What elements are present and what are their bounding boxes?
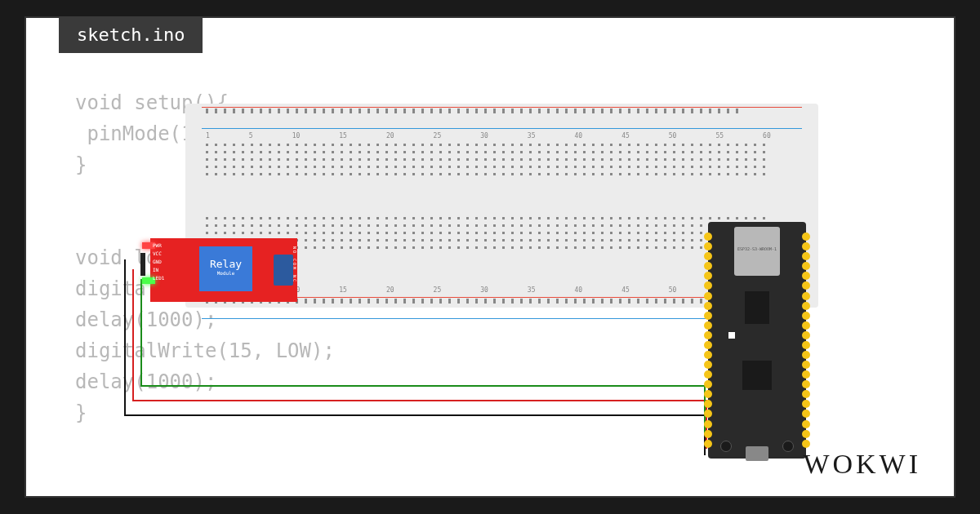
wire-gnd[interactable] <box>124 259 126 414</box>
relay-coil-icon: Relay Module <box>199 246 252 291</box>
wokwi-logo: WOKWI <box>803 449 921 480</box>
esp32-rf-shield-icon: ESP32-S3-WROOM-1 <box>734 227 780 276</box>
esp32-rgb-led-icon <box>728 332 735 339</box>
relay-pin-labels: PWR VCC GND IN LED1 <box>153 241 164 282</box>
terminal-strip-top <box>185 140 818 213</box>
relay-module[interactable]: PWR VCC GND IN LED1 Relay Module NO COM … <box>150 238 297 302</box>
esp32-chip-icon <box>742 361 772 390</box>
file-tab[interactable]: sketch.ino <box>59 16 203 53</box>
circuit-canvas[interactable]: 151015202530354045505560 151015202530354… <box>26 18 954 496</box>
wire-signal[interactable] <box>140 279 142 385</box>
wire-vcc[interactable] <box>132 269 134 400</box>
esp32-usb-port-icon <box>746 446 768 461</box>
esp32-pins-left <box>704 232 712 449</box>
relay-screw-terminals-icon <box>274 255 293 286</box>
filename-label: sketch.ino <box>77 24 185 45</box>
esp32-board[interactable]: ESP32-S3-WROOM-1 <box>708 222 806 459</box>
esp32-boot-button[interactable] <box>720 441 732 452</box>
wire-signal[interactable] <box>140 385 706 387</box>
wire-vcc[interactable] <box>132 400 706 401</box>
esp32-reset-button[interactable] <box>782 441 794 452</box>
wire-gnd[interactable] <box>124 414 706 416</box>
esp32-pins-right <box>802 232 810 449</box>
esp32-component-icon <box>745 291 769 324</box>
power-rails-top <box>185 104 818 132</box>
relay-terminal-labels: NO COM NC <box>292 246 297 283</box>
relay-header-pins-icon <box>140 253 145 276</box>
col-numbers-top: 151015202530354045505560 <box>185 132 818 140</box>
